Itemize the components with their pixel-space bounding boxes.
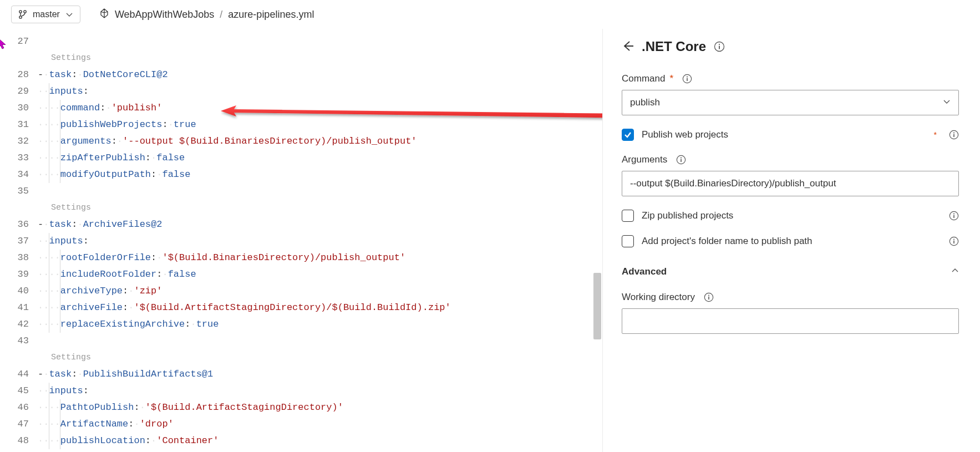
svg-point-22	[708, 294, 709, 296]
chevron-up-icon	[951, 266, 959, 277]
code-line[interactable]: -·task:·PublishBuildArtifacts@1	[38, 366, 602, 383]
svg-point-2	[24, 11, 26, 13]
code-line[interactable]: ····command:·'publish'	[38, 100, 602, 116]
branch-name: master	[33, 9, 60, 19]
back-arrow-icon[interactable]	[622, 40, 634, 54]
code-line[interactable]: ····rootFolderOrFile:·'$(Build.BinariesD…	[38, 250, 602, 266]
code-line[interactable]: ····ArtifactName:·'drop'	[38, 416, 602, 433]
required-indicator: *	[934, 130, 937, 139]
command-label: Command	[622, 73, 665, 84]
advanced-section-toggle[interactable]: Advanced	[622, 266, 959, 277]
code-line[interactable]: ····includeRootFolder:·false	[38, 266, 602, 283]
svg-rect-11	[953, 134, 954, 137]
code-line[interactable]	[38, 333, 602, 349]
editor-scrollbar[interactable]	[592, 29, 602, 452]
settings-lens[interactable]: Settings	[38, 200, 602, 216]
add-folder-label: Add project's folder name to publish pat…	[642, 236, 941, 247]
code-line[interactable]: -·task:·ArchiveFiles@2	[38, 216, 602, 233]
code-line[interactable]	[38, 183, 602, 200]
publish-web-label: Publish web projects	[642, 129, 926, 140]
info-icon[interactable]	[714, 41, 725, 52]
svg-point-7	[687, 76, 688, 77]
svg-rect-14	[681, 159, 682, 162]
svg-rect-20	[953, 241, 954, 243]
task-config-panel: .NET Core Command * publish Publish	[602, 29, 980, 452]
svg-rect-17	[953, 215, 954, 218]
repo-icon	[99, 8, 109, 21]
info-icon[interactable]	[949, 211, 959, 221]
gutter: 2728293031323334353637383940414243444546…	[0, 29, 38, 452]
workdir-label: Working directory	[622, 292, 695, 303]
code-line[interactable]: ··inputs:	[38, 83, 602, 100]
panel-title: .NET Core	[642, 39, 706, 54]
code-line[interactable]: ····PathtoPublish:·'$(Build.ArtifactStag…	[38, 399, 602, 416]
branch-selector[interactable]: master	[11, 6, 80, 23]
workdir-input[interactable]	[622, 308, 959, 334]
code-line[interactable]: ····zipAfterPublish:·false	[38, 150, 602, 166]
svg-point-0	[19, 11, 22, 13]
required-indicator: *	[669, 73, 673, 84]
breadcrumb-file: azure-pipelines.yml	[228, 9, 314, 21]
code-line[interactable]: ····archiveType:·'zip'	[38, 283, 602, 299]
code-area[interactable]: Settings-·task:·DotNetCoreCLI@2··inputs:…	[38, 29, 602, 452]
publish-web-checkbox[interactable]	[622, 129, 634, 141]
svg-point-1	[19, 16, 22, 18]
command-select[interactable]: publish	[622, 90, 959, 115]
breadcrumb: WebAppWithWebJobs / azure-pipelines.yml	[99, 8, 314, 21]
zip-published-label: Zip published projects	[642, 210, 941, 221]
svg-point-10	[953, 132, 954, 133]
code-line[interactable]: ····replaceExistingArchive:·true	[38, 316, 602, 333]
code-line[interactable]: ····publishWebProjects:·true	[38, 116, 602, 133]
svg-point-13	[681, 157, 682, 158]
info-icon[interactable]	[949, 130, 959, 140]
command-value: publish	[630, 97, 660, 108]
code-line[interactable]: ··inputs:	[38, 233, 602, 250]
breadcrumb-separator: /	[220, 9, 222, 21]
yaml-editor[interactable]: 2728293031323334353637383940414243444546…	[0, 29, 602, 452]
advanced-label: Advanced	[622, 266, 667, 277]
arguments-input[interactable]	[622, 171, 959, 196]
svg-rect-23	[708, 297, 709, 299]
info-icon[interactable]	[676, 155, 686, 165]
chevron-down-icon	[65, 11, 73, 18]
code-line[interactable]: ··inputs:	[38, 383, 602, 399]
svg-point-4	[719, 44, 720, 45]
settings-lens[interactable]: Settings	[38, 50, 602, 67]
zip-published-checkbox[interactable]	[622, 210, 634, 222]
code-line[interactable]	[38, 449, 602, 452]
branch-icon	[18, 9, 27, 19]
code-line[interactable]: ····archiveFile:·'$(Build.ArtifactStagin…	[38, 299, 602, 316]
breadcrumb-repo[interactable]: WebAppWithWebJobs	[115, 9, 214, 21]
settings-lens[interactable]: Settings	[38, 349, 602, 366]
code-line[interactable]: ····arguments:·'--output $(Build.Binarie…	[38, 133, 602, 150]
info-icon[interactable]	[704, 292, 714, 302]
header-bar: master WebAppWithWebJobs / azure-pipelin…	[0, 0, 980, 29]
svg-point-16	[953, 213, 954, 214]
code-line[interactable]: -·task:·DotNetCoreCLI@2	[38, 67, 602, 83]
svg-rect-8	[687, 78, 688, 81]
code-line[interactable]: ····modifyOutputPath:·false	[38, 166, 602, 183]
code-line[interactable]: ····publishLocation:·'Container'	[38, 433, 602, 449]
arguments-label: Arguments	[622, 154, 667, 165]
add-folder-checkbox[interactable]	[622, 235, 634, 247]
info-icon[interactable]	[682, 74, 692, 84]
chevron-down-icon	[943, 97, 951, 108]
info-icon[interactable]	[949, 236, 959, 246]
code-line[interactable]	[38, 33, 602, 50]
svg-rect-5	[719, 46, 720, 49]
svg-point-19	[953, 238, 954, 240]
